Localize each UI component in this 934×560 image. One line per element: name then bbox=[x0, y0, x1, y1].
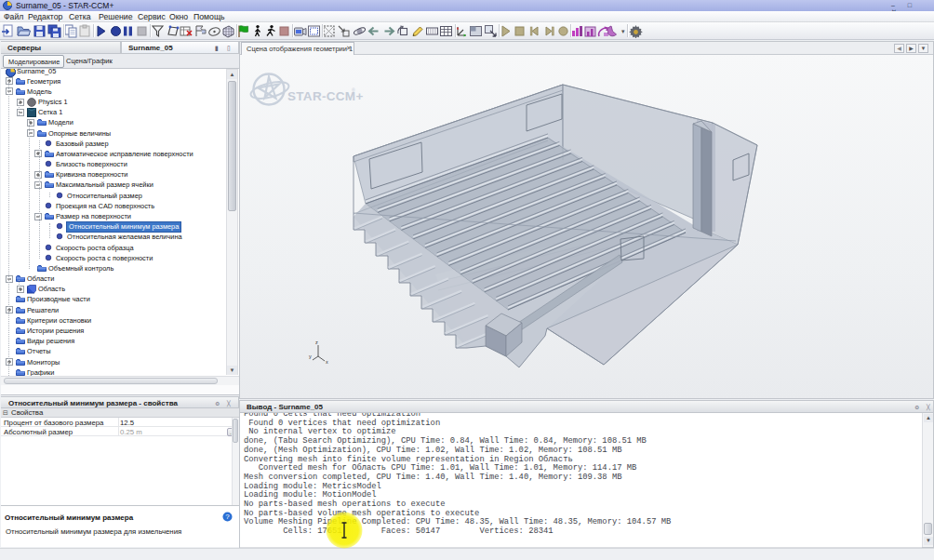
svg-text:®: ® bbox=[352, 87, 355, 93]
svg-text:y: y bbox=[309, 353, 312, 359]
svg-text:x: x bbox=[326, 359, 328, 365]
svg-text:z: z bbox=[315, 340, 318, 345]
svg-text:?: ? bbox=[225, 513, 230, 521]
